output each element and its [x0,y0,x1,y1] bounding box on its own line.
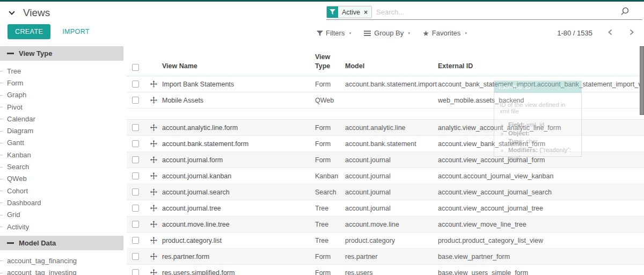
drag-handle-icon[interactable] [150,172,157,179]
filter-item[interactable]: Pivot [0,101,123,113]
external-id-cell: account.view_account_journal_search [438,189,644,196]
model-cell: account.bank.statement [345,140,438,148]
star-icon: ★ [422,30,429,37]
row-checkbox[interactable] [132,97,139,104]
odoo-views-screen: Views Active × CREATE [0,0,644,275]
view-name-cell: res.users.simplified.form [162,269,315,275]
table-row[interactable]: account.journal.kanban Kanban account.jo… [127,168,644,184]
facet-label: Active [342,9,360,16]
control-panel-row2: CREATE IMPORT Filters ▼ Group By ▼ ★ Fav… [0,23,644,43]
table-row[interactable]: account.journal.search Search account.jo… [127,184,644,200]
filter-item[interactable]: Activity [0,221,123,233]
model-cell: account.journal [345,189,438,196]
pager-previous-button[interactable] [606,28,614,38]
drag-handle-icon[interactable] [150,97,157,104]
drag-handle-icon[interactable] [150,140,157,147]
table-row[interactable]: res.partner.form Form res.partner base.v… [127,249,644,265]
create-button[interactable]: CREATE [8,24,50,39]
drag-handle-icon[interactable] [150,269,157,275]
row-checkbox[interactable] [132,140,139,147]
table-row[interactable]: account.move.line.tree Tree account.move… [127,216,644,233]
row-checkbox[interactable] [132,172,139,179]
filters-dropdown[interactable]: Filters ▼ [317,29,352,37]
search-input[interactable] [372,8,620,16]
vertical-scrollbar-thumb[interactable] [640,46,644,115]
filter-item[interactable]: Tree [0,65,123,77]
table-row[interactable]: res.users.simplified.form Form res.users… [127,265,644,275]
filter-item[interactable]: Graph [0,89,123,101]
group-by-dropdown[interactable]: Group By ▼ [363,29,411,37]
view-name-cell: Import Bank Statements [162,81,315,88]
external-id-cell: account_bank_statement_import.account_ba… [438,81,644,88]
view-type-cell: Tree [315,205,345,212]
row-checkbox[interactable] [132,189,139,196]
column-header-external-id[interactable]: External ID [438,62,644,71]
dash-icon [7,53,14,54]
drag-handle-icon[interactable] [150,189,157,196]
row-checkbox[interactable] [132,221,139,228]
filter-item[interactable]: Diagram [0,125,123,136]
filter-item[interactable]: account_tag_financing [0,255,123,266]
view-name-cell: account.journal.tree [162,205,315,212]
drag-handle-icon[interactable] [150,253,157,260]
search-magnifier-icon[interactable] [620,6,630,18]
drag-handle-icon[interactable] [150,156,157,163]
row-checkbox[interactable] [132,237,139,244]
table-row[interactable]: product.category.list Tree product.categ… [127,233,644,249]
external-id-cell: analytic.view_account_analytic_line_form [438,124,644,132]
external-id-cell: account.account_journal_view_kanban [438,172,644,180]
view-name-cell: res.partner.form [162,253,315,260]
search-facet-active[interactable]: Active × [326,6,372,18]
column-header-view-type[interactable]: View Type [315,53,341,71]
view-type-cell: Form [315,253,345,260]
table-row[interactable]: account.bank.statement.form Form account… [127,136,644,152]
drag-handle-icon[interactable] [150,81,157,88]
table-row[interactable]: account.analytic.line.form Form account.… [127,120,644,136]
row-checkbox[interactable] [132,205,139,212]
filter-item[interactable]: Calendar [0,113,123,125]
external-id-cell: account.view_account_journal_tree [438,205,644,212]
table-row[interactable]: account.journal.tree Tree account.journa… [127,200,644,216]
filter-item[interactable]: Gantt [0,137,123,149]
import-button[interactable]: IMPORT [62,28,90,35]
group-by-icon [364,33,371,34]
external-id-cell: base.view_partner_form [438,253,644,260]
breadcrumb: Views [10,7,50,19]
filter-item[interactable]: Dashboard [0,197,123,208]
table-row[interactable]: Import Bank Statements Form account.bank… [127,76,644,92]
table-row[interactable]: account.journal.form Form account.journa… [127,152,644,168]
row-checkbox[interactable] [132,269,139,275]
filter-item[interactable]: Grid [0,209,123,221]
pager: 1-80 / 1535 [557,23,635,43]
list-view: View Name View Type Model External ID Im… [127,43,644,275]
facet-remove-icon[interactable]: × [364,9,368,16]
favorites-dropdown[interactable]: ★ Favorites ▼ [422,29,467,37]
filter-item[interactable]: Cohort [0,185,123,197]
column-header-model[interactable]: Model [345,62,438,71]
table-row[interactable]: Mobile Assets QWeb web_mobile.assets_bac… [127,92,644,108]
table-header: View Name View Type Model External ID [127,43,644,76]
search-panel-sidebar: View Type Tree Form Graph Pivot Calendar… [0,43,123,275]
page-title: Views [23,7,50,19]
filter-item[interactable]: Form [0,77,123,89]
drag-handle-icon[interactable] [150,124,157,131]
row-checkbox[interactable] [132,124,139,131]
drag-handle-icon[interactable] [150,205,157,212]
row-checkbox[interactable] [132,253,139,260]
row-checkbox[interactable] [132,81,139,88]
drag-handle-icon[interactable] [150,221,157,228]
collapse-chevron-icon[interactable] [9,9,14,15]
caret-down-icon: ▼ [464,32,467,35]
funnel-icon [317,30,323,37]
column-header-view-name[interactable]: View Name [162,62,315,71]
row-checkbox[interactable] [132,156,139,163]
view-name-cell: account.bank.statement.form [162,140,315,148]
external-id-cell: account.view_account_journal_form [438,156,644,164]
filter-item[interactable]: Search [0,161,123,172]
pager-next-button[interactable] [628,28,635,38]
filter-item[interactable]: QWeb [0,173,123,185]
filter-item[interactable]: account_tag_investing [0,266,123,275]
filter-item[interactable]: Kanban [0,149,123,161]
select-all-checkbox[interactable] [132,64,139,71]
drag-handle-icon[interactable] [150,237,157,244]
